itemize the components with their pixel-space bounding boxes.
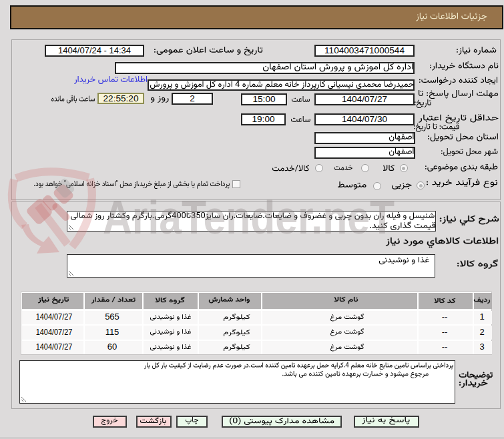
svg-text:AriaTender.neT: AriaTender.neT (103, 191, 395, 244)
